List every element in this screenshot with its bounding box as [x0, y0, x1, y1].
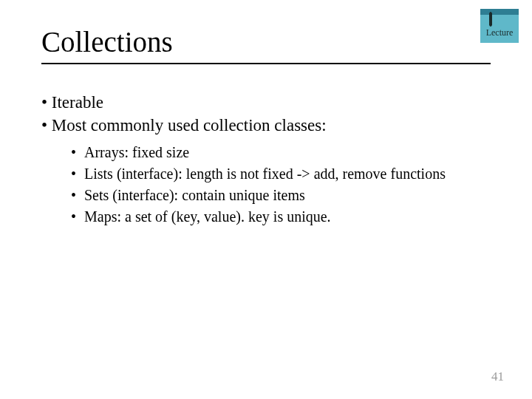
bullet-list-level2: Arrays: fixed size Lists (interface): le… — [71, 143, 491, 227]
sub-bullet-item: Maps: a set of (key, value). key is uniq… — [71, 207, 491, 227]
sub-bullet-item: Arrays: fixed size — [71, 143, 491, 163]
svg-rect-1 — [480, 9, 519, 15]
bullet-item: Iterable — [41, 91, 491, 114]
slide-title: Collections — [41, 25, 491, 58]
bullet-item: Most commonly used collection classes: — [41, 114, 491, 137]
page-number: 41 — [491, 369, 504, 384]
sub-bullet-item: Sets (interface): contain unique items — [71, 185, 491, 205]
lecture-logo: Lecture — [480, 9, 519, 43]
title-underline — [41, 63, 491, 64]
slide: Lecture Collections Iterable Most common… — [0, 0, 532, 399]
bullet-list-level1: Iterable Most commonly used collection c… — [41, 91, 491, 137]
svg-text:Lecture: Lecture — [486, 27, 514, 38]
sub-bullet-item: Lists (interface): length is not fixed -… — [71, 164, 491, 184]
